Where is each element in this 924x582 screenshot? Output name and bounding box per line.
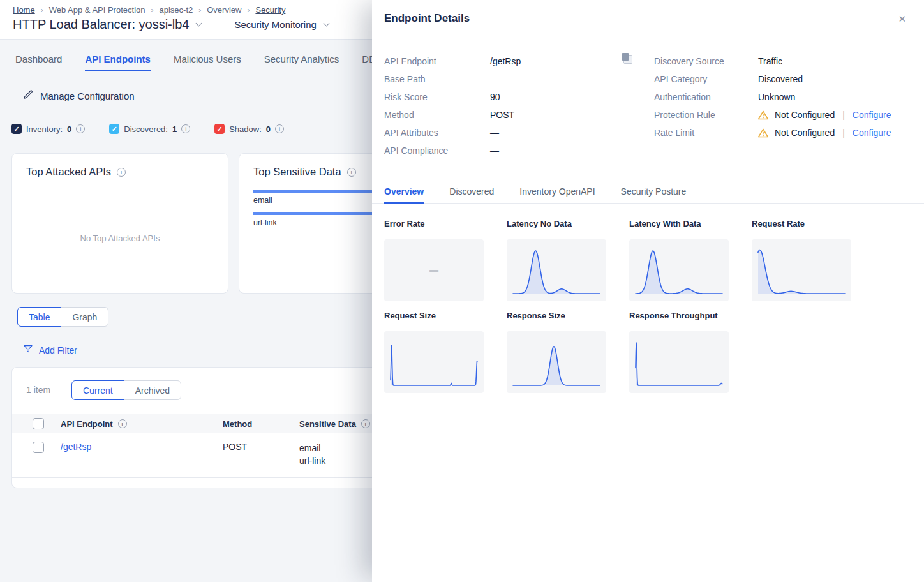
tab-dashboard[interactable]: Dashboard <box>15 54 62 71</box>
chevron-down-icon <box>323 20 329 27</box>
legend-label: Shadow: <box>229 124 262 134</box>
info-icon[interactable] <box>275 124 284 133</box>
field-row-protection-rule: Protection RuleNot Configured|Configure <box>654 106 891 124</box>
manage-configuration-button[interactable]: Manage Configuration <box>23 89 135 102</box>
field-value-text: 90 <box>490 92 500 102</box>
info-icon[interactable] <box>181 124 190 133</box>
field-value: /getRsp <box>490 56 521 66</box>
field-row-api-endpoint: API Endpoint/getRsp <box>384 52 521 70</box>
tab-api-endpoints[interactable]: API Endpoints <box>85 54 151 71</box>
response-throughput-chart: Response Throughput <box>629 311 729 393</box>
legend-item-shadow: ✓Shadow:0 <box>214 124 284 134</box>
graph-view-button[interactable]: Graph <box>61 307 108 327</box>
field-value-text: Traffic <box>758 56 782 66</box>
field-value: Unknown <box>758 92 795 102</box>
configure-link[interactable]: Configure <box>853 128 891 138</box>
current-button[interactable]: Current <box>71 380 124 400</box>
field-row-method: MethodPOST <box>384 106 521 124</box>
current-archived-toggle: Current Archived <box>71 380 181 400</box>
endpoint-details-panel: Endpoint Details ✕ API Endpoint/getRspBa… <box>372 0 924 582</box>
endpoint-link[interactable]: /getRsp <box>61 442 91 452</box>
title-row: HTTP Load Balancer: yossi-lb4 Security M… <box>13 17 329 32</box>
chart-title: Latency No Data <box>507 220 606 228</box>
tab-security-analytics[interactable]: Security Analytics <box>264 54 339 71</box>
chart-title: Response Throughput <box>629 311 729 320</box>
column-api-endpoint: API Endpoint <box>61 419 113 429</box>
discovered-checkbox[interactable]: ✓ <box>109 124 119 134</box>
field-value-text: — <box>490 128 499 138</box>
legend-item-inventory: ✓Inventory:0 <box>11 124 85 134</box>
legend-count: 1 <box>172 124 177 134</box>
tab-malicious-users[interactable]: Malicious Users <box>174 54 241 71</box>
chart-plot: — <box>384 239 484 301</box>
panel-tab-security-posture[interactable]: Security Posture <box>621 186 687 204</box>
add-filter-label: Add Filter <box>39 345 77 355</box>
field-value: — <box>490 128 499 138</box>
warning-icon <box>758 110 768 120</box>
field-value-text: — <box>490 74 499 84</box>
field-value-text: Not Configured <box>775 110 835 120</box>
info-icon[interactable] <box>361 419 370 428</box>
info-icon[interactable] <box>76 124 85 133</box>
add-filter-button[interactable]: Add Filter <box>23 344 77 356</box>
row-checkbox[interactable] <box>33 442 44 453</box>
field-value-text: Unknown <box>758 92 795 102</box>
panel-tab-overview[interactable]: Overview <box>384 186 424 204</box>
info-icon[interactable] <box>118 419 127 428</box>
details-left-column: API Endpoint/getRspBase Path—Risk Score9… <box>384 52 521 160</box>
separator: | <box>842 110 845 120</box>
breadcrumb-item-security[interactable]: Security <box>255 5 285 15</box>
breadcrumb-item-home[interactable]: Home <box>13 5 35 15</box>
field-row-api-attributes: API Attributes— <box>384 124 521 142</box>
chevron-down-icon[interactable] <box>196 20 202 27</box>
details-right-column: Discovery SourceTrafficAPI CategoryDisco… <box>654 52 891 142</box>
info-icon[interactable] <box>117 168 126 177</box>
table-view-button[interactable]: Table <box>17 307 61 327</box>
chart-plot <box>752 239 851 301</box>
top-attacked-apis-title: Top Attacked APIs <box>26 166 111 178</box>
copy-icon[interactable] <box>622 53 632 64</box>
chart-title: Request Size <box>384 311 484 320</box>
field-value: Traffic <box>758 56 782 66</box>
field-value-text: Not Configured <box>775 128 835 138</box>
chart-plot <box>507 239 606 301</box>
field-value-text: — <box>490 146 499 156</box>
panel-tab-bar: OverviewDiscoveredInventory OpenAPISecur… <box>372 186 924 204</box>
inventory-checkbox[interactable]: ✓ <box>11 124 22 134</box>
manage-configuration-label: Manage Configuration <box>40 91 135 101</box>
close-icon[interactable]: ✕ <box>898 13 906 25</box>
field-value-text: Discovered <box>758 74 803 84</box>
chart-title: Latency With Data <box>629 220 729 228</box>
field-value: POST <box>490 110 514 120</box>
page-title: HTTP Load Balancer: yossi-lb4 <box>13 17 189 32</box>
legend-count: 0 <box>266 124 271 134</box>
select-all-checkbox[interactable] <box>33 418 44 429</box>
shadow-checkbox[interactable]: ✓ <box>214 124 225 134</box>
chart-row: Error Rate—Latency No DataLatency With D… <box>384 220 851 301</box>
chart-title: Error Rate <box>384 220 484 228</box>
security-monitoring-dropdown[interactable]: Security Monitoring <box>234 19 328 30</box>
pencil-icon <box>23 89 34 102</box>
legend-label: Discovered: <box>124 124 168 134</box>
panel-tab-discovered[interactable]: Discovered <box>449 186 494 204</box>
field-value-text: POST <box>490 110 514 120</box>
empty-state-text: No Top Attacked APIs <box>12 234 228 243</box>
panel-header: Endpoint Details ✕ <box>372 0 924 38</box>
breadcrumb-separator: › <box>198 6 201 15</box>
panel-tab-inventory-openapi[interactable]: Inventory OpenAPI <box>519 186 595 204</box>
legend-item-discovered: ✓Discovered:1 <box>109 124 190 134</box>
chart-plot <box>384 331 484 393</box>
top-sensitive-data-title: Top Sensitive Data <box>253 166 341 178</box>
field-label: Base Path <box>384 74 490 84</box>
field-label: Protection Rule <box>654 110 758 120</box>
configure-link[interactable]: Configure <box>853 110 891 120</box>
archived-button[interactable]: Archived <box>124 380 181 400</box>
field-label: Discovery Source <box>654 56 758 66</box>
view-toggle: Table Graph <box>17 307 108 327</box>
latency-no-data-chart: Latency No Data <box>507 220 606 301</box>
method-cell: POST <box>223 442 299 467</box>
breadcrumb-separator: › <box>41 6 43 15</box>
info-icon[interactable] <box>347 168 356 177</box>
breadcrumb-separator: › <box>151 6 153 15</box>
breadcrumb-item-apisec-t2: apisec-t2 <box>159 5 193 15</box>
